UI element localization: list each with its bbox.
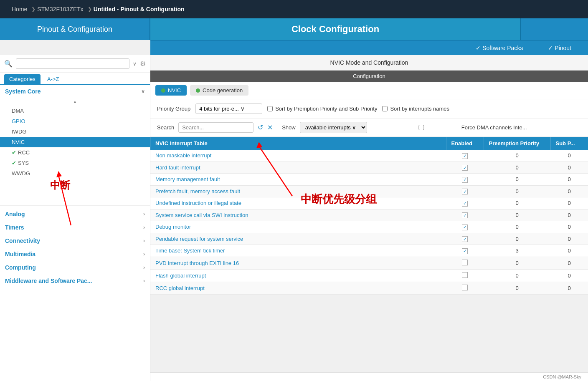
search-clear-icon[interactable]: ✕	[267, 124, 273, 131]
enabled-checkbox	[462, 225, 468, 230]
show-label: Show	[282, 124, 296, 131]
tab-clock-config[interactable]: Clock Configuration	[150, 18, 521, 40]
table-row: RCC global interrupt00	[150, 282, 588, 294]
search-nvic-input[interactable]	[178, 122, 253, 133]
enabled-checkbox	[462, 212, 468, 218]
config-tab-nvic[interactable]: NVIC	[155, 85, 187, 96]
search-input[interactable]	[16, 58, 129, 69]
enabled-checkbox	[462, 248, 468, 254]
priority-group-select[interactable]: 4 bits for pre-e... ∨	[195, 103, 262, 114]
sidebar-search-row: 🔍 ∨ ⚙	[0, 55, 150, 73]
sub-tab-pinout[interactable]: ✓ Pinout	[548, 45, 571, 51]
sidebar-group-analog[interactable]: Analog ›	[0, 207, 150, 221]
tab-az[interactable]: A->Z	[42, 74, 64, 84]
config-tab-codegen[interactable]: Code generation	[190, 85, 248, 96]
tab-extra	[521, 18, 588, 40]
sidebar-group-connectivity[interactable]: Connectivity ›	[0, 234, 150, 247]
nvic-table: NVIC Interrupt Table Enabled Preemption …	[150, 137, 588, 295]
sidebar-tabs: Categories A->Z	[0, 73, 150, 85]
table-row: Memory management fault00	[150, 174, 588, 186]
sub-tab-row: ✓ Software Packs ✓ Pinout	[150, 40, 588, 55]
sort-interrupts-checkbox[interactable]	[382, 106, 388, 111]
breadcrumb-project[interactable]: Untitled - Pinout & Configuration	[89, 0, 190, 18]
table-row: System service call via SWI instruction0…	[150, 209, 588, 221]
sidebar-item-nvic[interactable]: NVIC	[0, 137, 150, 147]
sidebar-item-gpio[interactable]: GPIO	[0, 116, 150, 126]
sidebar-group-middleware[interactable]: Middleware and Software Pac... ›	[0, 274, 150, 288]
sidebar-group-multimedia[interactable]: Multimedia ›	[0, 247, 150, 261]
enabled-checkbox	[462, 201, 468, 207]
enabled-checkbox	[462, 189, 468, 194]
enabled-checkbox	[462, 165, 468, 171]
annotation-zhongduan-area: 中断	[0, 179, 150, 204]
chevron-down-icon: ∨	[133, 61, 137, 67]
breadcrumb-device[interactable]: STM32F103ZETx	[32, 0, 88, 18]
enabled-checkbox	[462, 153, 468, 159]
table-row: Undefined instruction or illegal state00	[150, 197, 588, 209]
table-row: Debug monitor00	[150, 221, 588, 233]
enabled-checkbox[interactable]	[462, 272, 468, 278]
table-row: Pendable request for system service00	[150, 233, 588, 245]
breadcrumb-home[interactable]: Home	[7, 0, 32, 18]
footer: CSDN @MAR-Sky	[150, 372, 588, 381]
table-row: PVD interrupt through EXTI line 1600	[150, 257, 588, 269]
dot-green-nvic	[161, 88, 165, 93]
sub-tab-software-packs[interactable]: ✓ Software Packs	[476, 45, 523, 51]
search-row-label: Search	[157, 124, 174, 131]
table-row: Flash global interrupt00	[150, 269, 588, 282]
col-header-name: NVIC Interrupt Table	[150, 137, 446, 150]
content-row: 🔍 ∨ ⚙ Categories A->Z System Core ∨ ▲	[0, 55, 588, 381]
col-header-sub: Sub P...	[550, 137, 588, 150]
force-dma-checkbox-label[interactable]: Force DMA channels Inte...	[384, 124, 527, 131]
gear-icon[interactable]: ⚙	[140, 60, 146, 68]
priority-group-label: Priority Group	[157, 106, 190, 112]
col-header-preemption: Preemption Priority	[484, 137, 550, 150]
tab-pinout-config[interactable]: Pinout & Configuration	[0, 18, 150, 40]
show-select[interactable]: available interrupts ∨	[300, 122, 367, 133]
main-layout: Pinout & Configuration Clock Configurati…	[0, 18, 588, 381]
table-row: Non maskable interrupt00	[150, 150, 588, 161]
sidebar-item-wwdg[interactable]: WWDG	[0, 168, 150, 179]
tab-header: Pinout & Configuration Clock Configurati…	[0, 18, 588, 40]
table-row: Prefetch fault, memory access fault00	[150, 185, 588, 197]
enabled-checkbox[interactable]	[462, 260, 468, 265]
sidebar-item-rcc[interactable]: ✔RCC	[0, 147, 150, 158]
enabled-checkbox	[462, 236, 468, 242]
tab-categories[interactable]: Categories	[4, 74, 41, 84]
divider-1	[0, 205, 150, 206]
sort-premption-checkbox[interactable]	[267, 106, 273, 111]
sidebar-group-system-core[interactable]: System Core ∨	[0, 85, 150, 98]
config-bar: Configuration	[150, 71, 588, 82]
table-row: Hard fault interrupt00	[150, 161, 588, 174]
sidebar-item-dma[interactable]: DMA	[0, 106, 150, 116]
col-header-enabled: Enabled	[446, 137, 484, 150]
breadcrumb-bar: Home STM32F103ZETx Untitled - Pinout & C…	[0, 0, 588, 18]
enabled-checkbox	[462, 177, 468, 183]
sidebar-item-iwdg[interactable]: IWDG	[0, 126, 150, 137]
sort-interrupts-checkbox-label[interactable]: Sort by interrupts names	[382, 106, 449, 112]
sort-arrows[interactable]: ▲	[0, 98, 150, 106]
main-content: NVIC Mode and Configuration Configuratio…	[150, 55, 588, 381]
force-dma-checkbox[interactable]	[384, 125, 459, 130]
nvic-mode-header: NVIC Mode and Configuration	[150, 55, 588, 71]
config-tabs: NVIC Code generation	[150, 82, 588, 99]
search-row: Search ↺ ✕ Show available interrupts ∨ F…	[150, 119, 588, 137]
nvic-table-scroll[interactable]: NVIC Interrupt Table Enabled Preemption …	[150, 137, 588, 372]
annotation-zhongduan: 中断	[50, 179, 70, 192]
search-refresh-icon[interactable]: ↺	[258, 124, 263, 131]
nvic-table-container: NVIC Interrupt Table Enabled Preemption …	[150, 137, 588, 372]
sidebar-item-sys[interactable]: ✔SYS	[0, 158, 150, 168]
dot-green-codegen	[196, 88, 200, 93]
search-icon: 🔍	[4, 60, 13, 68]
enabled-checkbox[interactable]	[462, 285, 468, 290]
sort-premption-checkbox-label[interactable]: Sort by Premption Priority and Sub Prior…	[267, 106, 377, 112]
sidebar-group-timers[interactable]: Timers ›	[0, 221, 150, 234]
table-row: Time base: System tick timer30	[150, 245, 588, 257]
sidebar: 🔍 ∨ ⚙ Categories A->Z System Core ∨ ▲	[0, 55, 150, 381]
priority-group-row: Priority Group 4 bits for pre-e... ∨ Sor…	[150, 99, 588, 119]
sidebar-group-computing[interactable]: Computing ›	[0, 261, 150, 274]
